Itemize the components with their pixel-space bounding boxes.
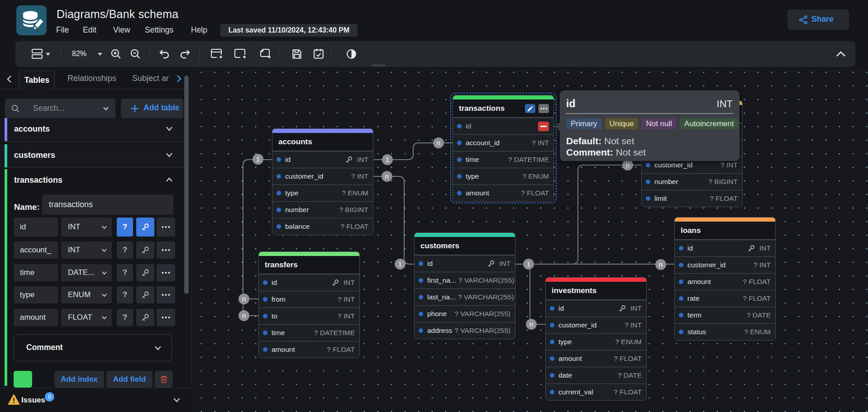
svg-text:n: n	[626, 161, 630, 169]
svg-text:n: n	[437, 139, 440, 147]
svg-text:1: 1	[386, 156, 389, 163]
svg-text:n: n	[242, 295, 246, 303]
svg-text:1: 1	[527, 260, 530, 268]
svg-text:n: n	[385, 172, 389, 180]
svg-text:1: 1	[256, 155, 260, 163]
svg-text:n: n	[659, 260, 663, 268]
svg-text:n: n	[242, 312, 246, 319]
svg-text:n: n	[529, 320, 533, 328]
svg-text:1: 1	[398, 260, 402, 268]
